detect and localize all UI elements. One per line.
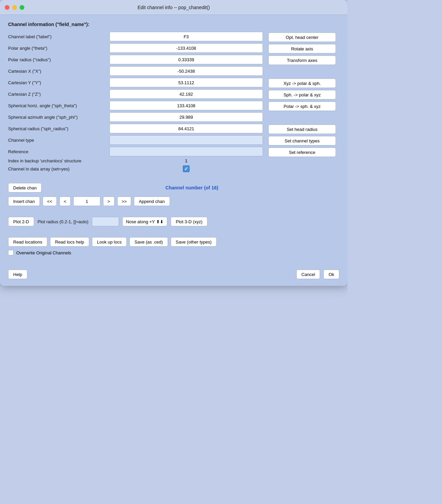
overwrite-row: Overwrite Original Channels: [8, 250, 339, 255]
channel-in-data-row: Channel in data array (set=yes) ✓: [8, 165, 263, 172]
insert-chan-button[interactable]: Insert chan: [8, 197, 40, 206]
sph-radius-row: Spherical radius ("sph_radius"): [8, 124, 263, 133]
content-area: Channel information ("field_name"): Chan…: [0, 15, 347, 286]
footer-row: Help Cancel Ok: [8, 270, 339, 279]
reference-input[interactable]: [109, 147, 263, 156]
form-area: Channel label ("label") Polar angle ("th…: [8, 32, 339, 174]
index-value: 1: [109, 158, 263, 163]
look-up-locs-button[interactable]: Look up locs: [92, 237, 127, 247]
channel-type-label: Channel type: [8, 138, 109, 143]
sph-theta-input[interactable]: [109, 101, 263, 110]
action-row: Read locations Read locs help Look up lo…: [8, 237, 339, 247]
index-row: Index in backup 'urchanlocs' structure 1: [8, 158, 263, 163]
main-window: Edit channel info -- pop_chanedit() Chan…: [0, 0, 347, 286]
reference-row: Reference: [8, 147, 263, 156]
transform-axes-button[interactable]: Transform axes: [268, 55, 336, 65]
channel-in-data-label: Channel in data array (set=yes): [8, 166, 109, 171]
plot-radius-label: Plot radius (0.2-1, []=auto): [38, 219, 89, 224]
checkbox-area: ✓: [109, 165, 263, 172]
maximize-button[interactable]: [20, 5, 24, 10]
sph-radius-input[interactable]: [109, 124, 263, 133]
overwrite-checkbox[interactable]: [8, 250, 14, 255]
nav-first-button[interactable]: <<: [43, 197, 56, 206]
set-head-radius-button[interactable]: Set head radius: [268, 124, 336, 134]
cartesian-x-input[interactable]: [109, 66, 263, 76]
polar-radius-row: Polar radius ("radius"): [8, 55, 263, 64]
read-locations-button[interactable]: Read locations: [8, 237, 47, 247]
divider-4: [8, 261, 339, 266]
index-label: Index in backup 'urchanlocs' structure: [8, 158, 109, 163]
read-locs-help-button[interactable]: Read locs help: [50, 237, 89, 247]
xyz-to-polar-button[interactable]: Xyz -> polar & sph.: [268, 78, 336, 88]
sph-phi-input[interactable]: [109, 112, 263, 122]
cartesian-x-row: Cartesian X ("X"): [8, 66, 263, 76]
section-title: Channel information ("field_name"):: [8, 22, 339, 27]
channel-in-data-checkbox[interactable]: ✓: [183, 165, 190, 172]
dropdown-icon: ⬆⬇: [156, 219, 164, 224]
cartesian-y-row: Cartesian Y ("Y"): [8, 78, 263, 87]
nav-prev-button[interactable]: <: [59, 197, 71, 206]
set-reference-button[interactable]: Set reference: [268, 147, 336, 157]
polar-to-sph-button[interactable]: Polar -> sph. & xyz: [268, 101, 336, 111]
sph-to-polar-button[interactable]: Sph. -> polar & xyz: [268, 90, 336, 99]
set-channel-types-button[interactable]: Set channel types: [268, 136, 336, 145]
channel-type-input[interactable]: [109, 135, 263, 145]
fields-column: Channel label ("label") Polar angle ("th…: [8, 32, 263, 174]
polar-angle-row: Polar angle ("theta"): [8, 43, 263, 53]
cartesian-y-input[interactable]: [109, 78, 263, 87]
nose-along-dropdown[interactable]: Nose along +Y ⬆⬇: [122, 217, 168, 226]
delete-row: Delete chan Channel number (of 16): [8, 183, 339, 192]
reference-label: Reference: [8, 149, 109, 154]
button-spacer-1: [268, 67, 339, 76]
channel-label-row: Channel label ("label"): [8, 32, 263, 41]
nose-along-label: Nose along +Y: [126, 219, 155, 224]
bottom-controls: Delete chan Channel number (of 16) Inser…: [8, 183, 339, 206]
nav-next-button[interactable]: >: [103, 197, 115, 206]
minimize-button[interactable]: [12, 5, 17, 10]
checkmark-icon: ✓: [184, 166, 188, 171]
polar-angle-input[interactable]: [109, 43, 263, 53]
channel-type-row: Channel type: [8, 135, 263, 145]
cartesian-z-input[interactable]: [109, 89, 263, 99]
close-button[interactable]: [5, 5, 9, 10]
footer-right: Cancel Ok: [296, 270, 339, 279]
rotate-axis-button[interactable]: Rotate axis: [268, 44, 336, 53]
divider-3: [8, 232, 339, 237]
cartesian-y-label: Cartesian Y ("Y"): [8, 80, 109, 85]
polar-angle-label: Polar angle ("theta"): [8, 46, 109, 51]
cartesian-x-label: Cartesian X ("X"): [8, 69, 109, 74]
overwrite-label: Overwrite Original Channels: [16, 250, 71, 255]
cartesian-z-label: Cartesian Z ("Z"): [8, 92, 109, 97]
channel-number-input[interactable]: [73, 197, 100, 206]
plot-3d-button[interactable]: Plot 3-D (xyz): [171, 217, 207, 226]
sph-phi-row: Spherical azimuth angle ("sph_phi"): [8, 112, 263, 122]
plot-radius-input[interactable]: [92, 217, 119, 226]
ok-button[interactable]: Ok: [323, 270, 339, 279]
cartesian-z-row: Cartesian Z ("Z"): [8, 89, 263, 99]
buttons-column: Opt. head center Rotate axis Transform a…: [268, 32, 339, 174]
button-spacer-2: [268, 113, 339, 122]
sph-theta-label: Spherical horiz. angle ("sph_theta"): [8, 103, 109, 108]
plot-2d-button[interactable]: Plot 2-D: [8, 217, 34, 226]
traffic-lights: [5, 5, 24, 10]
delete-chan-button[interactable]: Delete chan: [8, 183, 42, 192]
sph-phi-label: Spherical azimuth angle ("sph_phi"): [8, 115, 109, 120]
append-chan-button[interactable]: Append chan: [134, 197, 170, 206]
divider-1: [8, 174, 339, 180]
channel-number-label: Channel number (of 16): [44, 185, 339, 190]
polar-radius-label: Polar radius ("radius"): [8, 57, 109, 62]
channel-label-input[interactable]: [109, 32, 263, 41]
opt-head-center-button[interactable]: Opt. head center: [268, 32, 336, 42]
nav-row: Insert chan << < > >> Append chan: [8, 197, 339, 206]
titlebar: Edit channel info -- pop_chanedit(): [0, 0, 347, 15]
save-ced-button[interactable]: Save (as .ced): [129, 237, 168, 247]
polar-radius-input[interactable]: [109, 55, 263, 64]
save-other-button[interactable]: Save (other types): [171, 237, 217, 247]
channel-label-label: Channel label ("label"): [8, 34, 109, 39]
cancel-button[interactable]: Cancel: [296, 270, 320, 279]
help-button[interactable]: Help: [8, 270, 27, 279]
sph-theta-row: Spherical horiz. angle ("sph_theta"): [8, 101, 263, 110]
sph-radius-label: Spherical radius ("sph_radius"): [8, 126, 109, 131]
nav-last-button[interactable]: >>: [117, 197, 131, 206]
plot-row: Plot 2-D Plot radius (0.2-1, []=auto) No…: [8, 217, 339, 226]
